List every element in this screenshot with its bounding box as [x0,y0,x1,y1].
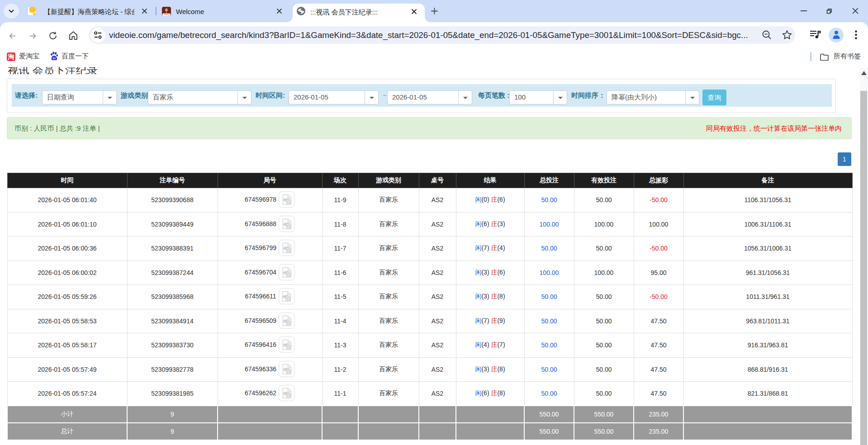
svg-text:du: du [52,57,56,60]
